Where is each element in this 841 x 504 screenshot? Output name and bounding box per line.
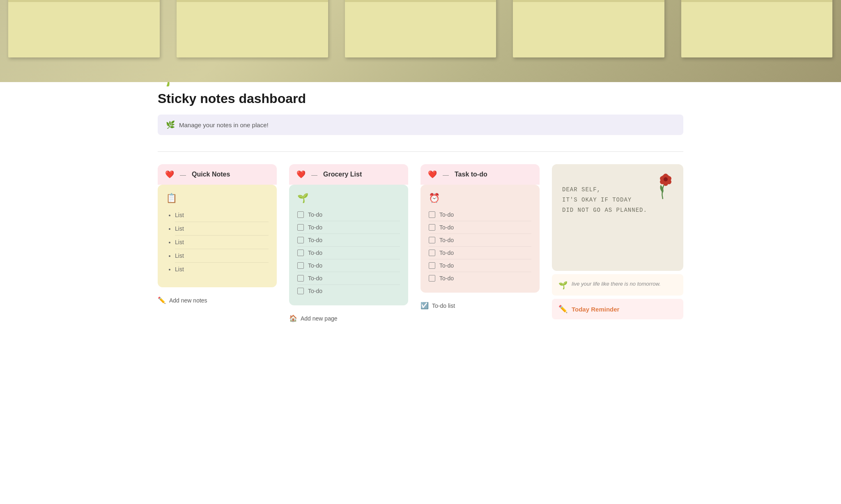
- flower-icon: [646, 170, 675, 208]
- task-todo-title: Task to-do: [455, 171, 487, 178]
- list-item: List: [175, 263, 269, 276]
- checkbox-7[interactable]: [297, 288, 304, 294]
- task-todo-card: ⏰ To-do To-do To-do To-do To-do To-do: [420, 185, 540, 293]
- home-icon: 🏠: [289, 314, 297, 322]
- info-banner-text: Manage your notes in one place!: [179, 121, 269, 128]
- checkbox-item: To-do: [297, 285, 400, 297]
- pencil-icon: ✏️: [558, 305, 568, 314]
- quote-card: 🌱 live your life like there is no tomorr…: [552, 274, 683, 296]
- task-checkbox-4[interactable]: [429, 250, 435, 256]
- todo-list-row[interactable]: ☑️ To-do list: [420, 299, 540, 312]
- quick-notes-header: ❤️ — Quick Notes: [158, 164, 277, 185]
- grocery-list-column: ❤️ — Grocery List 🌱 To-do To-do To-do To…: [289, 164, 408, 325]
- todo-list-button[interactable]: ☑️ To-do list: [420, 299, 455, 312]
- task-todo-header: ❤️ — Task to-do: [420, 164, 540, 185]
- edit-icon: ✏️: [158, 296, 166, 304]
- divider: [158, 151, 683, 152]
- dear-self-card: DEAR SELF, IT'S OKAY IF TODAY DID NOT GO…: [552, 164, 683, 271]
- dash-2: —: [311, 171, 317, 178]
- right-panel: DEAR SELF, IT'S OKAY IF TODAY DID NOT GO…: [552, 164, 683, 319]
- svg-point-7: [664, 177, 668, 181]
- add-page-row[interactable]: 🏠 Add new page: [289, 312, 408, 325]
- checkbox-item: To-do: [297, 234, 400, 247]
- hero-sticky-2: [177, 0, 328, 57]
- add-new-notes-button[interactable]: ✏️ Add new notes: [158, 294, 207, 307]
- clipboard-icon: 📋: [166, 193, 269, 204]
- task-checkbox-5[interactable]: [429, 262, 435, 269]
- hero-banner: [0, 0, 841, 82]
- quick-notes-column: ❤️ — Quick Notes 📋 List List List List L…: [158, 164, 277, 307]
- checkbox-item: To-do: [297, 272, 400, 285]
- task-checkbox-item: To-do: [429, 272, 531, 284]
- list-item: List: [175, 236, 269, 249]
- checkbox-item: To-do: [297, 259, 400, 272]
- checkbox-2[interactable]: [297, 224, 304, 231]
- checkbox-item: To-do: [297, 208, 400, 221]
- add-notes-label: Add new notes: [169, 297, 207, 304]
- task-checkbox-3[interactable]: [429, 237, 435, 243]
- checkbox-item: To-do: [297, 247, 400, 259]
- grocery-checkbox-list: To-do To-do To-do To-do To-do To-do To-d…: [297, 208, 400, 297]
- cards-grid: ❤️ — Quick Notes 📋 List List List List L…: [158, 164, 683, 325]
- checkbox-6[interactable]: [297, 275, 304, 282]
- hero-sticky-3: [345, 0, 496, 57]
- checkbox-1[interactable]: [297, 211, 304, 218]
- task-checkbox-item: To-do: [429, 234, 531, 247]
- dash-1: —: [180, 171, 186, 178]
- heart-icon-1: ❤️: [165, 170, 174, 179]
- heart-icon-2: ❤️: [296, 170, 306, 179]
- todo-list-label: To-do list: [432, 302, 455, 309]
- quote-text: live your life like there is no tomorrow…: [572, 280, 661, 288]
- checkbox-5[interactable]: [297, 262, 304, 269]
- grocery-list-title: Grocery List: [323, 171, 362, 178]
- list-item: List: [175, 208, 269, 222]
- task-checkbox-item: To-do: [429, 221, 531, 234]
- task-checkbox-item: To-do: [429, 208, 531, 221]
- list-item: List: [175, 222, 269, 236]
- task-checkbox-item: To-do: [429, 247, 531, 259]
- sprout-icon: 🌱: [297, 193, 400, 204]
- task-checkbox-2[interactable]: [429, 224, 435, 231]
- hero-sticky-5: [681, 0, 833, 57]
- add-page-label: Add new page: [301, 315, 338, 322]
- checkbox-4[interactable]: [297, 250, 304, 256]
- page-title: Sticky notes dashboard: [158, 91, 683, 106]
- grocery-list-header: ❤️ — Grocery List: [289, 164, 408, 185]
- today-reminder-card[interactable]: ✏️ Today Reminder: [552, 299, 683, 319]
- flower-svg: [646, 170, 675, 203]
- quick-notes-list: List List List List List: [166, 208, 269, 276]
- grocery-list-card: 🌱 To-do To-do To-do To-do To-do To-do To…: [289, 185, 408, 305]
- checkbox-checked-icon: ☑️: [420, 302, 429, 309]
- dash-3: —: [443, 171, 449, 178]
- hero-sticky-1: [8, 0, 160, 57]
- quote-sprout-icon: 🌱: [558, 281, 568, 290]
- hero-sticky-4: [513, 0, 664, 57]
- quick-notes-card: 📋 List List List List List: [158, 185, 277, 287]
- quick-notes-title: Quick Notes: [192, 171, 230, 178]
- alarm-icon: ⏰: [429, 193, 531, 204]
- task-todo-column: ❤️ — Task to-do ⏰ To-do To-do To-do To-d…: [420, 164, 540, 312]
- list-item: List: [175, 249, 269, 263]
- dear-self-text: DEAR SELF, IT'S OKAY IF TODAY DID NOT GO…: [562, 185, 647, 216]
- task-checkbox-item: To-do: [429, 259, 531, 272]
- checkbox-item: To-do: [297, 221, 400, 234]
- heart-icon-3: ❤️: [428, 170, 437, 179]
- add-new-page-button[interactable]: 🏠 Add new page: [289, 312, 338, 325]
- task-checkbox-1[interactable]: [429, 211, 435, 218]
- info-banner: 🌿 Manage your notes in one place!: [158, 115, 683, 135]
- info-icon: 🌿: [166, 120, 175, 129]
- add-notes-row[interactable]: ✏️ Add new notes: [158, 294, 277, 307]
- checkbox-3[interactable]: [297, 237, 304, 243]
- main-content: 🌱 Sticky notes dashboard 🌿 Manage your n…: [133, 70, 708, 349]
- today-reminder-label: Today Reminder: [572, 306, 619, 313]
- task-checkbox-list: To-do To-do To-do To-do To-do To-do: [429, 208, 531, 284]
- task-checkbox-6[interactable]: [429, 275, 435, 282]
